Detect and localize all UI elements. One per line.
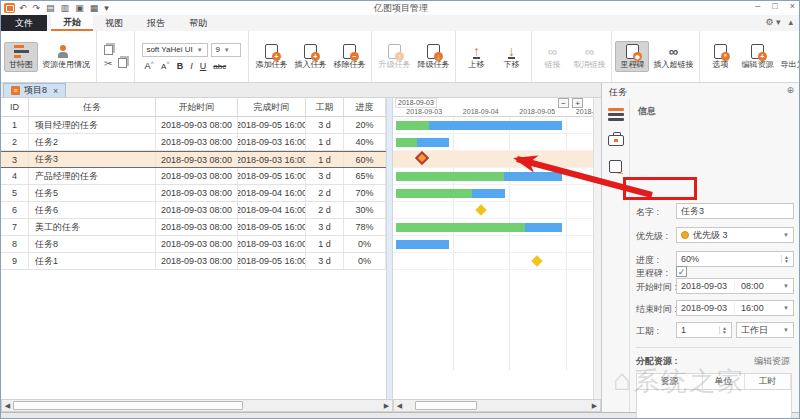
cell: 8 [1, 236, 29, 252]
collapse-ribbon-icon[interactable]: ▴ [788, 17, 793, 27]
format-grow-font-icon[interactable]: A˄ [144, 60, 154, 71]
menu-tab-帮助[interactable]: 帮助 [177, 15, 219, 31]
ribbon-button-上移[interactable]: ↑上移 [459, 42, 493, 71]
table-row[interactable]: 1项目经理的任务2018-09-03 08:002018-09-05 16:00… [1, 117, 386, 134]
ribbon-button-下移[interactable]: ↓下移 [494, 42, 528, 71]
menu-tab-开始[interactable]: 开始 [51, 15, 93, 31]
milestone-checkbox[interactable]: ✓ [676, 266, 687, 277]
priority-select[interactable]: 优先级 3 ▼ [676, 227, 794, 243]
gantt-bar[interactable] [396, 138, 449, 147]
ribbon-button-取消链接[interactable]: ∞取消链接 [570, 42, 608, 71]
open-icon[interactable]: ▥ [61, 3, 70, 13]
end-time-picker[interactable]: 2018-09-0316:00 ▼ [676, 300, 794, 316]
start-time-picker[interactable]: 2018-09-0308:00 ▼ [676, 278, 794, 294]
ribbon-button-链接[interactable]: ∞链接 [535, 42, 569, 71]
gantt-bar[interactable] [396, 240, 449, 249]
duration-stepper[interactable]: 1 ▲▼ [676, 322, 732, 338]
info-tab-icon[interactable] [606, 105, 626, 123]
font-size-select[interactable]: 9▼ [211, 43, 241, 57]
redo-icon[interactable]: ↷ [33, 3, 41, 13]
cut-icon[interactable]: ✂ [104, 58, 112, 69]
copy-icon[interactable] [104, 45, 113, 55]
ribbon-button-降级任务[interactable]: ↓降级任务 [414, 42, 452, 71]
table-row[interactable]: 2任务22018-09-03 08:002018-09-03 16:001 d4… [1, 134, 386, 151]
settings-gear-icon[interactable]: ⚙ ▾ [765, 17, 780, 27]
scroll-right-icon[interactable]: ▶ [589, 402, 600, 410]
scroll-left-icon[interactable]: ◀ [2, 402, 13, 410]
gantt-bar[interactable] [396, 172, 562, 181]
milestone-icon[interactable] [531, 255, 542, 266]
table-row[interactable]: 7美工的任务2018-09-03 08:002018-09-05 16:003 … [1, 219, 386, 236]
gantt-bar[interactable] [396, 223, 562, 232]
ribbon-button-添加任务[interactable]: +添加任务 [252, 42, 290, 71]
minimize-button[interactable]: – [755, 1, 760, 11]
ribbon-button-插入任务[interactable]: +插入任务 [291, 42, 329, 71]
close-button[interactable]: × [790, 1, 795, 11]
pin-icon[interactable]: ⊕ [786, 85, 794, 95]
links-tab-icon[interactable] [606, 157, 626, 175]
format-bold-icon[interactable]: B [177, 61, 184, 71]
edit-resources-link[interactable]: 编辑资源 [754, 355, 790, 368]
print-icon[interactable]: ▦ [90, 3, 99, 13]
menu-tab-报告[interactable]: 报告 [135, 15, 177, 31]
menu-tab-文件[interactable]: 文件 [1, 15, 47, 31]
gantt-bar[interactable] [396, 121, 562, 130]
paste-icon[interactable] [118, 58, 127, 68]
spinner-icons[interactable]: ▲▼ [719, 326, 727, 334]
maximize-button[interactable]: □ [772, 1, 777, 11]
ribbon-button-移除任务[interactable]: −移除任务 [330, 42, 368, 71]
table-horizontal-scrollbar[interactable]: ◀ ▶ [1, 399, 393, 412]
ribbon-button-编辑资源[interactable]: +编辑资源 [738, 42, 776, 71]
format-underline-icon[interactable]: U [200, 61, 207, 71]
cell: 2 [1, 134, 29, 150]
table-row[interactable]: 6任务62018-09-03 08:002018-09-04 16:002 d3… [1, 202, 386, 219]
选项-icon: * [714, 44, 727, 59]
cell: 任务3 [29, 152, 156, 167]
duration-unit-select[interactable]: 工作日 ▼ [736, 322, 794, 338]
ribbon: 甘特图资源使用情况 ✂ soft YaHei UI▼ 9▼ [1, 31, 800, 83]
app-icon [4, 3, 15, 13]
gantt-vertical-scrollbar[interactable] [593, 98, 601, 399]
undo-icon[interactable]: ↶ [19, 3, 27, 13]
ribbon-button-里程碑[interactable]: ◆里程碑 [615, 41, 649, 72]
new-icon[interactable]: ▤ [46, 3, 55, 13]
ribbon-button-插入超链接[interactable]: ∞插入超链接 [650, 42, 696, 71]
panel-splitter[interactable] [386, 98, 393, 399]
tab-close-icon[interactable]: × [53, 86, 58, 96]
name-input[interactable]: 任务3 [676, 203, 794, 219]
gantt-horizontal-scrollbar[interactable]: ◀ ▶ [393, 399, 601, 412]
spinner-icons[interactable]: ▲▼ [781, 255, 789, 263]
table-row[interactable]: 5任务52018-09-03 08:002018-09-04 16:002 d7… [1, 185, 386, 202]
table-row[interactable]: 9任务12018-09-03 08:002018-09-05 16:003 d0… [1, 253, 386, 270]
gantt-bar[interactable] [396, 189, 505, 198]
ribbon-button-升级任务[interactable]: ↑升级任务 [375, 42, 413, 71]
cell: 2018-09-05 16:00 [238, 253, 306, 269]
menu-tab-视图[interactable]: 视图 [93, 15, 135, 31]
format-italic-icon[interactable]: I [190, 61, 193, 71]
scroll-thumb[interactable] [13, 401, 243, 410]
ribbon-button-导出为PDF格式[interactable]: P导出为PDF格式 [777, 42, 800, 71]
table-row[interactable]: 3任务32018-09-03 08:002018-09-03 16:001 d6… [1, 151, 386, 168]
cell: 3 d [306, 219, 344, 235]
milestone-icon[interactable] [415, 151, 429, 165]
table-row[interactable]: 4产品经理的任务2018-09-03 08:002018-09-05 16:00… [1, 168, 386, 185]
qat-more-icon[interactable]: ▾ [104, 3, 109, 13]
resources-tab-icon[interactable] [606, 131, 626, 149]
document-tab[interactable]: ≡ 项目8 × [3, 83, 66, 97]
scroll-right-icon[interactable]: ▶ [381, 402, 392, 410]
ribbon-button-资源使用情况[interactable]: 资源使用情况 [39, 43, 93, 71]
format-strikethrough-icon[interactable]: abc [213, 62, 226, 71]
font-name-select[interactable]: soft YaHei UI▼ [142, 43, 208, 57]
scroll-thumb[interactable] [415, 401, 477, 410]
ribbon-button-甘特图[interactable]: 甘特图 [4, 42, 38, 72]
arrow-down-icon: ↓ [508, 44, 515, 59]
format-shrink-font-icon[interactable]: A˅ [161, 60, 170, 71]
milestone-icon[interactable] [475, 204, 486, 215]
zoom-out-button[interactable]: − [558, 98, 569, 108]
save-icon[interactable]: ▣ [75, 3, 84, 13]
badge-icon: ↑ [395, 52, 404, 61]
table-row[interactable]: 8任务82018-09-03 08:002018-09-03 16:001 d0… [1, 236, 386, 253]
ribbon-button-选项[interactable]: *选项 [703, 42, 737, 71]
scroll-left-icon[interactable]: ◀ [394, 402, 405, 410]
zoom-in-button[interactable]: + [572, 98, 583, 108]
